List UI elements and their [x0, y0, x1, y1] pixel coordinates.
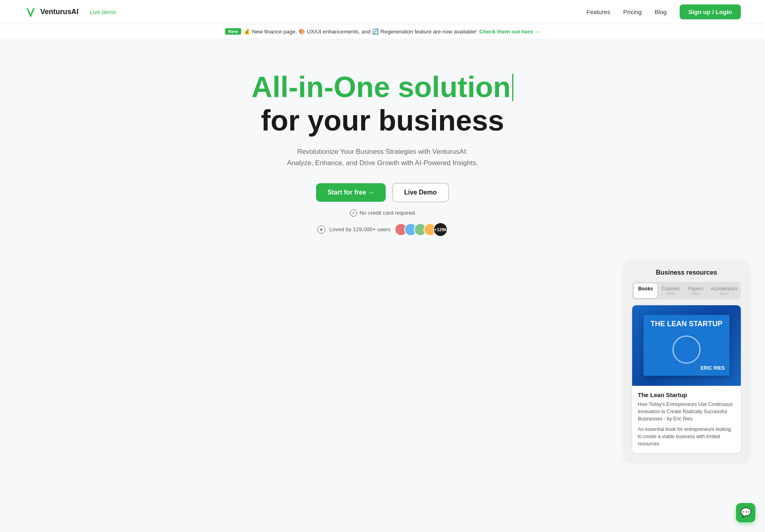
hero-subtitle: Revolutionize Your Business Strategies w… — [252, 146, 514, 168]
announcement-cta[interactable]: Check them out here → — [479, 29, 540, 35]
no-cc-text: No credit card required — [360, 210, 415, 216]
check-circle-icon: ✓ — [350, 209, 357, 217]
logo-link[interactable]: VenturusAI — [24, 6, 79, 19]
hero-cta-row: Start for free → Live Demo — [252, 183, 514, 202]
announcement-banner: New 💰 New finance page, 🎨 UX/UI enhancem… — [0, 24, 765, 39]
book-title: The Lean Startup — [638, 391, 735, 398]
hero-section: All-in-One solution for your business Re… — [0, 39, 765, 253]
nav-live-demo-link[interactable]: Live demo — [90, 9, 116, 15]
avatar-group: +129k — [395, 222, 448, 237]
nav-pricing[interactable]: Pricing — [623, 8, 642, 15]
book-description: How Today's Entrepreneurs Use Continuous… — [638, 401, 735, 422]
nav-right: Features Pricing Blog Sign up / Login — [587, 4, 741, 19]
resources-panel: Business resources Books CoursesSoon Pap… — [624, 261, 749, 461]
brand-name: VenturusAI — [40, 8, 79, 16]
start-free-button[interactable]: Start for free → — [316, 183, 385, 202]
book-circle-decoration — [672, 335, 701, 364]
tab-papers[interactable]: PapersSoon — [684, 284, 707, 298]
book-cover-title: THE LEAN STARTUP — [651, 320, 723, 329]
resources-title: Business resources — [632, 269, 741, 276]
avatar-count: +129k — [433, 222, 448, 237]
hero-content: All-in-One solution for your business Re… — [252, 71, 514, 237]
hero-title-line2: for your business — [252, 105, 514, 137]
heart-icon: ♥ — [317, 226, 325, 234]
lower-section: Business resources Books CoursesSoon Pap… — [0, 261, 765, 461]
loved-by-row: ♥ Loved by 129,000+ users +129k — [252, 222, 514, 237]
loved-text: Loved by 129,000+ users — [329, 226, 391, 232]
hero-title-line1: All-in-One solution — [252, 71, 514, 103]
resources-tabs: Books CoursesSoon PapersSoon Accelerator… — [632, 282, 741, 300]
tab-courses[interactable]: CoursesSoon — [659, 284, 682, 298]
navbar: VenturusAI Live demo Features Pricing Bl… — [0, 0, 765, 24]
tab-books[interactable]: Books — [634, 284, 657, 298]
nav-blog[interactable]: Blog — [655, 8, 667, 15]
tab-accelerators[interactable]: AcceleratorsSoon — [709, 284, 739, 298]
chat-icon: 💬 — [740, 507, 751, 518]
book-card: THE LEAN STARTUP ERIC RIES The Lean Star… — [632, 305, 741, 453]
book-blurb: An essential book for entrepreneurs look… — [638, 426, 735, 447]
live-demo-button[interactable]: Live Demo — [392, 183, 449, 202]
signup-button[interactable]: Sign up / Login — [680, 4, 741, 19]
book-cover-inner: THE LEAN STARTUP ERIC RIES — [643, 315, 730, 376]
nav-features[interactable]: Features — [587, 8, 610, 15]
nav-left: VenturusAI Live demo — [24, 6, 116, 19]
cursor-blink — [512, 74, 513, 101]
announcement-text: 💰 New finance page, 🎨 UX/UI enhancements… — [244, 28, 477, 35]
chat-button[interactable]: 💬 — [736, 503, 755, 522]
book-info: The Lean Startup How Today's Entrepreneu… — [632, 386, 741, 453]
new-badge: New — [225, 28, 241, 35]
logo-icon — [24, 6, 37, 19]
no-credit-card-row: ✓ No credit card required — [252, 209, 514, 217]
book-author: ERIC RIES — [701, 365, 725, 371]
book-cover: THE LEAN STARTUP ERIC RIES — [632, 305, 741, 386]
